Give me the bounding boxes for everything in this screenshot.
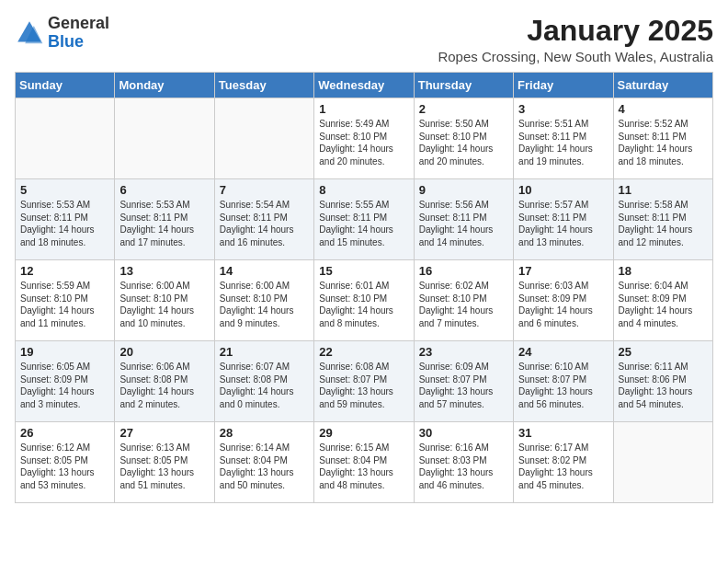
day-info: Sunrise: 5:57 AM Sunset: 8:11 PM Dayligh… [518, 199, 608, 248]
day-info: Sunrise: 6:00 AM Sunset: 8:10 PM Dayligh… [220, 280, 309, 329]
day-info: Sunrise: 6:12 AM Sunset: 8:05 PM Dayligh… [20, 442, 109, 491]
weekday-header-wednesday: Wednesday [314, 73, 414, 98]
day-number: 18 [619, 264, 708, 278]
day-number: 30 [419, 426, 508, 440]
day-info: Sunrise: 6:14 AM Sunset: 8:04 PM Dayligh… [220, 442, 309, 491]
calendar-day: 12Sunrise: 5:59 AM Sunset: 8:10 PM Dayli… [16, 260, 115, 341]
day-info: Sunrise: 5:53 AM Sunset: 8:11 PM Dayligh… [20, 199, 109, 248]
day-info: Sunrise: 5:51 AM Sunset: 8:11 PM Dayligh… [518, 118, 608, 167]
day-number: 16 [419, 264, 508, 278]
day-number: 13 [119, 264, 209, 278]
month-title: January 2025 [438, 15, 713, 47]
calendar-day: 2Sunrise: 5:50 AM Sunset: 8:10 PM Daylig… [414, 98, 513, 179]
calendar-day: 23Sunrise: 6:09 AM Sunset: 8:07 PM Dayli… [414, 341, 513, 422]
calendar-day: 6Sunrise: 5:53 AM Sunset: 8:11 PM Daylig… [115, 179, 214, 260]
weekday-header-row: SundayMondayTuesdayWednesdayThursdayFrid… [16, 73, 713, 98]
day-number: 31 [518, 426, 608, 440]
day-number: 10 [518, 183, 608, 197]
day-number: 8 [319, 183, 408, 197]
calendar-day: 14Sunrise: 6:00 AM Sunset: 8:10 PM Dayli… [214, 260, 313, 341]
day-info: Sunrise: 6:03 AM Sunset: 8:09 PM Dayligh… [518, 280, 608, 329]
day-number: 15 [319, 264, 408, 278]
calendar-day: 3Sunrise: 5:51 AM Sunset: 8:11 PM Daylig… [514, 98, 613, 179]
location: Ropes Crossing, New South Wales, Austral… [438, 49, 713, 64]
calendar-day: 27Sunrise: 6:13 AM Sunset: 8:05 PM Dayli… [115, 422, 214, 503]
calendar-day: 26Sunrise: 6:12 AM Sunset: 8:05 PM Dayli… [16, 422, 115, 503]
day-number: 21 [220, 345, 309, 359]
day-number: 29 [319, 426, 408, 440]
day-number: 12 [20, 264, 109, 278]
calendar-day: 22Sunrise: 6:08 AM Sunset: 8:07 PM Dayli… [314, 341, 414, 422]
calendar-day: 15Sunrise: 6:01 AM Sunset: 8:10 PM Dayli… [314, 260, 414, 341]
day-info: Sunrise: 5:54 AM Sunset: 8:11 PM Dayligh… [220, 199, 309, 248]
day-number: 6 [119, 183, 209, 197]
day-number: 25 [619, 345, 708, 359]
day-info: Sunrise: 5:55 AM Sunset: 8:11 PM Dayligh… [319, 199, 408, 248]
day-info: Sunrise: 5:53 AM Sunset: 8:11 PM Dayligh… [119, 199, 209, 248]
day-number: 27 [119, 426, 209, 440]
day-info: Sunrise: 5:58 AM Sunset: 8:11 PM Dayligh… [619, 199, 708, 248]
calendar-day: 19Sunrise: 6:05 AM Sunset: 8:09 PM Dayli… [16, 341, 115, 422]
day-info: Sunrise: 6:04 AM Sunset: 8:09 PM Dayligh… [619, 280, 708, 329]
day-info: Sunrise: 6:07 AM Sunset: 8:08 PM Dayligh… [220, 361, 309, 410]
weekday-header-thursday: Thursday [414, 73, 513, 98]
calendar-week-3: 12Sunrise: 5:59 AM Sunset: 8:10 PM Dayli… [16, 260, 713, 341]
calendar-day: 30Sunrise: 6:16 AM Sunset: 8:03 PM Dayli… [414, 422, 513, 503]
day-info: Sunrise: 6:10 AM Sunset: 8:07 PM Dayligh… [518, 361, 608, 410]
calendar-day: 4Sunrise: 5:52 AM Sunset: 8:11 PM Daylig… [613, 98, 712, 179]
calendar-week-5: 26Sunrise: 6:12 AM Sunset: 8:05 PM Dayli… [16, 422, 713, 503]
calendar-day: 29Sunrise: 6:15 AM Sunset: 8:04 PM Dayli… [314, 422, 414, 503]
weekday-header-friday: Friday [514, 73, 613, 98]
calendar-day: 21Sunrise: 6:07 AM Sunset: 8:08 PM Dayli… [214, 341, 313, 422]
calendar-day [214, 98, 313, 179]
day-info: Sunrise: 5:59 AM Sunset: 8:10 PM Dayligh… [20, 280, 109, 329]
day-number: 24 [518, 345, 608, 359]
day-number: 3 [518, 102, 608, 116]
weekday-header-sunday: Sunday [16, 73, 115, 98]
day-number: 7 [220, 183, 309, 197]
calendar-day: 7Sunrise: 5:54 AM Sunset: 8:11 PM Daylig… [214, 179, 313, 260]
day-number: 22 [319, 345, 408, 359]
calendar-week-1: 1Sunrise: 5:49 AM Sunset: 8:10 PM Daylig… [16, 98, 713, 179]
calendar-day: 28Sunrise: 6:14 AM Sunset: 8:04 PM Dayli… [214, 422, 313, 503]
day-info: Sunrise: 6:13 AM Sunset: 8:05 PM Dayligh… [119, 442, 209, 491]
day-number: 26 [20, 426, 109, 440]
calendar-week-2: 5Sunrise: 5:53 AM Sunset: 8:11 PM Daylig… [16, 179, 713, 260]
day-info: Sunrise: 6:16 AM Sunset: 8:03 PM Dayligh… [419, 442, 508, 491]
day-number: 4 [619, 102, 708, 116]
day-number: 5 [20, 183, 109, 197]
page-header: General Blue January 2025 Ropes Crossing… [15, 15, 713, 64]
day-info: Sunrise: 6:02 AM Sunset: 8:10 PM Dayligh… [419, 280, 508, 329]
day-info: Sunrise: 6:09 AM Sunset: 8:07 PM Dayligh… [419, 361, 508, 410]
calendar-day: 13Sunrise: 6:00 AM Sunset: 8:10 PM Dayli… [115, 260, 214, 341]
day-number: 11 [619, 183, 708, 197]
calendar-day: 18Sunrise: 6:04 AM Sunset: 8:09 PM Dayli… [613, 260, 712, 341]
calendar-day [16, 98, 115, 179]
calendar-day: 31Sunrise: 6:17 AM Sunset: 8:02 PM Dayli… [514, 422, 613, 503]
day-info: Sunrise: 6:01 AM Sunset: 8:10 PM Dayligh… [319, 280, 408, 329]
logo-general: General [48, 14, 109, 32]
calendar-day: 8Sunrise: 5:55 AM Sunset: 8:11 PM Daylig… [314, 179, 414, 260]
day-info: Sunrise: 5:56 AM Sunset: 8:11 PM Dayligh… [419, 199, 508, 248]
calendar-day: 9Sunrise: 5:56 AM Sunset: 8:11 PM Daylig… [414, 179, 513, 260]
calendar-day: 16Sunrise: 6:02 AM Sunset: 8:10 PM Dayli… [414, 260, 513, 341]
day-info: Sunrise: 5:52 AM Sunset: 8:11 PM Dayligh… [619, 118, 708, 167]
day-info: Sunrise: 5:49 AM Sunset: 8:10 PM Dayligh… [319, 118, 408, 167]
day-info: Sunrise: 6:15 AM Sunset: 8:04 PM Dayligh… [319, 442, 408, 491]
day-number: 28 [220, 426, 309, 440]
day-number: 2 [419, 102, 508, 116]
logo-blue: Blue [48, 32, 84, 51]
day-number: 20 [119, 345, 209, 359]
weekday-header-monday: Monday [115, 73, 214, 98]
day-number: 1 [319, 102, 408, 116]
calendar-day [613, 422, 712, 503]
day-info: Sunrise: 6:05 AM Sunset: 8:09 PM Dayligh… [20, 361, 109, 410]
calendar-day: 24Sunrise: 6:10 AM Sunset: 8:07 PM Dayli… [514, 341, 613, 422]
weekday-header-saturday: Saturday [613, 73, 712, 98]
day-number: 9 [419, 183, 508, 197]
day-info: Sunrise: 6:08 AM Sunset: 8:07 PM Dayligh… [319, 361, 408, 410]
calendar-table: SundayMondayTuesdayWednesdayThursdayFrid… [15, 72, 713, 503]
day-info: Sunrise: 5:50 AM Sunset: 8:10 PM Dayligh… [419, 118, 508, 167]
calendar-day: 5Sunrise: 5:53 AM Sunset: 8:11 PM Daylig… [16, 179, 115, 260]
day-number: 14 [220, 264, 309, 278]
